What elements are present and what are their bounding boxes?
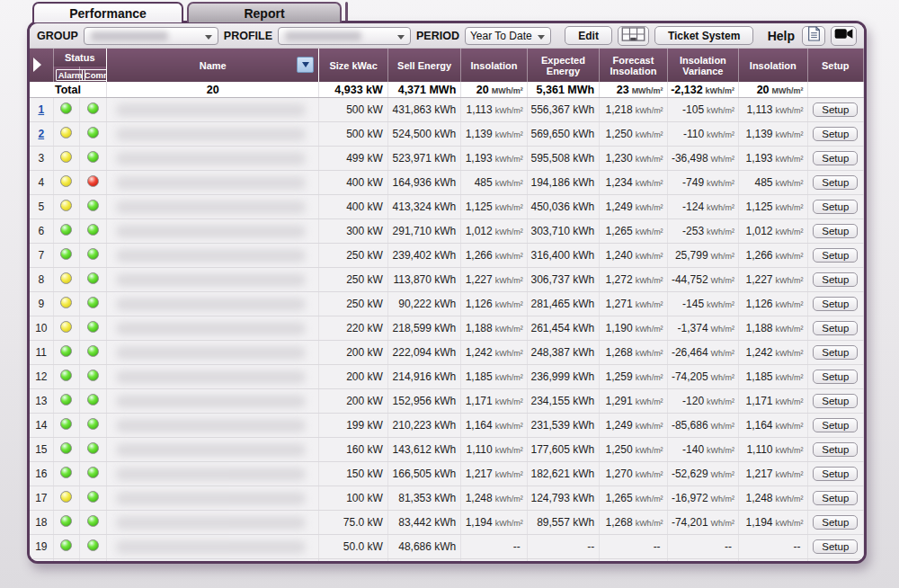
- comm-status-led: [87, 370, 99, 381]
- size-kwac-cell: 30.0 kW: [319, 559, 387, 565]
- header-alarm-label: Alarm: [56, 69, 85, 81]
- setup-button[interactable]: Setup: [813, 321, 858, 335]
- forecast-insolation-cell: 1,265kWh/m²: [600, 486, 667, 511]
- forecast-insolation-cell: 1,218kWh/m²: [600, 98, 667, 122]
- header-expected-energy: Expected Energy: [527, 49, 599, 82]
- site-number[interactable]: 2: [38, 128, 44, 140]
- tab-report[interactable]: Report: [187, 2, 342, 22]
- insolation-variance-cell: -44,752Wh/m²: [667, 268, 738, 292]
- site-number: 6: [38, 225, 44, 237]
- site-name-redacted: [116, 419, 306, 432]
- insolation-2-cell: 1,185kWh/m²: [739, 365, 807, 389]
- table-row: 6 300 kW 291,710 kWh 1,012kWh/m² 303,710…: [30, 219, 864, 244]
- forecast-insolation-cell: 1,265kWh/m²: [600, 219, 667, 244]
- total-expected-energy: 5,361 MWh: [527, 82, 599, 98]
- tab-performance[interactable]: Performance: [32, 2, 183, 22]
- expected-energy-cell: 316,400 kWh: [527, 244, 599, 268]
- insolation-variance-cell: --: [667, 559, 738, 565]
- setup-button[interactable]: Setup: [813, 539, 858, 554]
- video-help-button[interactable]: [831, 26, 857, 46]
- insolation-2-cell: --: [739, 559, 807, 565]
- site-name-redacted: [116, 322, 306, 335]
- insolation-cell: 1,012kWh/m²: [461, 219, 527, 244]
- setup-button[interactable]: Setup: [813, 345, 858, 360]
- layout-grid-button[interactable]: [618, 26, 649, 46]
- setup-button[interactable]: Setup: [813, 515, 858, 530]
- setup-button[interactable]: Setup: [813, 102, 858, 117]
- setup-button[interactable]: Setup: [813, 467, 858, 481]
- layout-grid-icon: [621, 27, 645, 45]
- total-row: Total 20 4,933 kW 4,371 MWh 20MWh/m² 5,3…: [30, 82, 864, 98]
- edit-button[interactable]: Edit: [565, 26, 612, 45]
- forecast-insolation-cell: --: [600, 535, 667, 559]
- setup-button[interactable]: Setup: [813, 394, 858, 408]
- setup-button[interactable]: Setup: [813, 224, 858, 238]
- alarm-status-led: [60, 345, 72, 357]
- ticket-system-button[interactable]: Ticket System: [654, 26, 754, 45]
- forecast-insolation-cell: 1,271kWh/m²: [600, 292, 667, 316]
- setup-button[interactable]: Setup: [813, 151, 858, 165]
- expected-energy-cell: 231,539 kWh: [527, 414, 599, 438]
- table-row: 9 250 kW 90,222 kWh 1,126kWh/m² 281,465 …: [30, 292, 864, 316]
- insolation-cell: 1,113kWh/m²: [461, 98, 527, 122]
- expected-energy-cell: 306,737 kWh: [527, 268, 599, 292]
- document-icon: [807, 26, 821, 45]
- alarm-status-led: [60, 515, 72, 527]
- site-name-redacted: [116, 152, 306, 165]
- insolation-cell: 1,248kWh/m²: [461, 486, 527, 511]
- performance-table: Status Name Size kWac Sell Energy Insola…: [30, 49, 864, 564]
- setup-button[interactable]: Setup: [813, 297, 858, 311]
- expected-energy-cell: 89,557 kWh: [527, 511, 599, 535]
- site-number: 9: [38, 298, 44, 310]
- setup-button[interactable]: Setup: [813, 442, 858, 457]
- site-name-redacted: [116, 468, 306, 481]
- insolation-variance-cell: -85,686Wh/m²: [667, 414, 738, 438]
- forecast-insolation-cell: 1,268kWh/m²: [600, 511, 667, 535]
- insolation-cell: --: [461, 535, 527, 559]
- table-row: 13 200 kW 152,956 kWh 1,171kWh/m² 234,15…: [30, 389, 864, 414]
- site-number[interactable]: 1: [38, 103, 44, 116]
- help-document-button[interactable]: [802, 26, 825, 46]
- insolation-variance-cell: -16,972Wh/m²: [667, 486, 738, 511]
- header-forecast-insolation: Forecast Insolation: [600, 49, 667, 82]
- insolation-2-cell: 1,126kWh/m²: [739, 292, 807, 316]
- insolation-variance-cell: -140kWh/m²: [667, 438, 738, 462]
- setup-button[interactable]: Setup: [813, 175, 858, 190]
- period-value: Year To Date: [470, 30, 532, 42]
- insolation-2-cell: 1,110kWh/m²: [739, 438, 807, 462]
- header-insolation: Insolation: [461, 49, 527, 82]
- setup-button[interactable]: Setup: [813, 248, 858, 263]
- size-kwac-cell: 500 kW: [319, 122, 387, 147]
- period-label: PERIOD: [416, 30, 459, 42]
- chevron-down-icon: [397, 35, 405, 40]
- table-row: 16 150 kW 166,505 kWh 1,217kWh/m² 182,62…: [30, 462, 864, 486]
- size-kwac-cell: 200 kW: [319, 389, 387, 414]
- insolation-2-cell: 1,248kWh/m²: [739, 486, 807, 511]
- sell-energy-cell: 239,402 kWh: [387, 244, 460, 268]
- group-select[interactable]: [84, 27, 218, 45]
- setup-button[interactable]: Setup: [813, 491, 858, 505]
- header-status: Status: [53, 49, 106, 67]
- group-label: GROUP: [37, 30, 78, 42]
- alarm-status-led: [60, 127, 72, 138]
- period-select[interactable]: Year To Date: [465, 27, 551, 45]
- insolation-cell: 1,171kWh/m²: [461, 389, 527, 414]
- forecast-insolation-cell: 1,270kWh/m²: [600, 462, 667, 486]
- setup-button[interactable]: Setup: [813, 200, 858, 214]
- comm-status-led: [87, 321, 99, 333]
- alarm-status-led: [60, 370, 72, 381]
- size-kwac-cell: 150 kW: [319, 462, 387, 486]
- header-sell-energy: Sell Energy: [387, 49, 460, 82]
- setup-button[interactable]: Setup: [813, 272, 858, 287]
- name-sort-button[interactable]: [297, 57, 314, 73]
- setup-button[interactable]: Setup: [813, 127, 858, 141]
- header-row-selector: [30, 49, 53, 82]
- setup-button[interactable]: Setup: [813, 418, 858, 432]
- comm-status-led: [87, 467, 99, 478]
- site-number: 13: [35, 395, 47, 407]
- total-sell-energy: 4,371 MWh: [387, 82, 460, 98]
- setup-button[interactable]: Setup: [813, 370, 858, 384]
- profile-select[interactable]: [278, 27, 411, 45]
- sell-energy-cell: 164,936 kWh: [387, 171, 460, 195]
- insolation-cell: 1,227kWh/m²: [461, 268, 527, 292]
